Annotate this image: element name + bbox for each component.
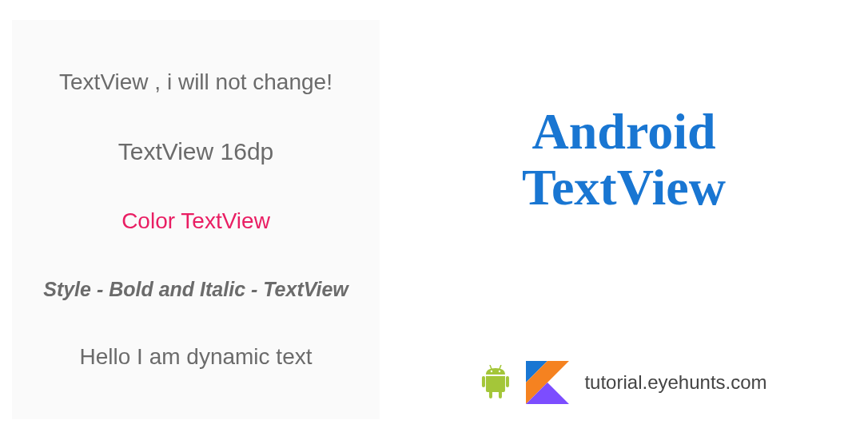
svg-line-0 [489, 365, 491, 369]
textview-examples-panel: TextView , i will not change! TextView 1… [12, 20, 380, 419]
textview-dynamic-label: Hello I am dynamic text [80, 344, 313, 370]
kotlin-icon [525, 361, 568, 404]
website-url: tutorial.eyehunts.com [584, 371, 766, 394]
svg-rect-2 [481, 376, 484, 387]
svg-point-4 [490, 371, 492, 372]
textview-styled-label: Style - Bold and Italic - TextView [43, 278, 348, 301]
textview-size-label: TextView 16dp [118, 138, 274, 165]
svg-line-1 [499, 365, 500, 369]
title-panel: Android TextView [380, 0, 868, 436]
main-title: Android TextView [522, 104, 726, 216]
title-line-2: TextView [522, 160, 726, 216]
svg-point-5 [498, 371, 500, 372]
svg-rect-3 [505, 376, 508, 387]
footer-row: tutorial.eyehunts.com [480, 361, 766, 404]
android-icon [480, 365, 509, 400]
title-line-1: Android [522, 104, 726, 160]
textview-color-label: Color TextView [121, 208, 270, 234]
textview-static-label: TextView , i will not change! [59, 69, 332, 95]
